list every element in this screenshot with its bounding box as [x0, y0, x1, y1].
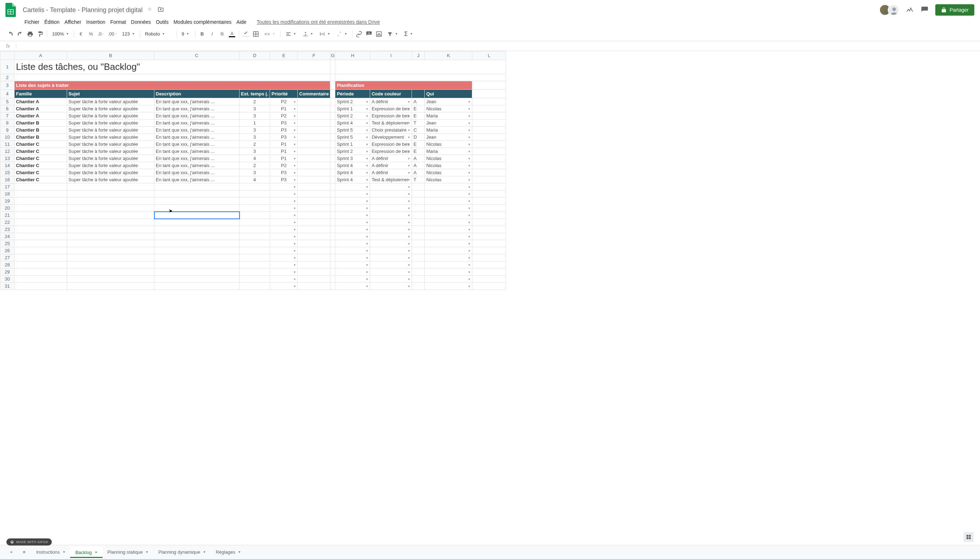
cell-commentaire[interactable]	[298, 162, 330, 169]
save-status[interactable]: Toutes les modifications ont été enregis…	[257, 19, 380, 25]
row-header-17[interactable]: 17	[0, 184, 15, 190]
cell-famille[interactable]: Chantier A	[15, 112, 67, 119]
menu-insertion[interactable]: Insertion	[84, 18, 108, 26]
cell-description[interactable]: En tant que xxx, j'aimerais ...	[154, 141, 240, 148]
cell-sujet[interactable]: Super tâche à forte valeur ajoutée	[67, 176, 154, 184]
cell[interactable]: ▼	[335, 219, 370, 226]
col-header-I[interactable]: I	[370, 51, 412, 60]
cell[interactable]: ▼	[335, 212, 370, 219]
cell[interactable]: ▼	[335, 283, 370, 290]
cell[interactable]	[15, 184, 67, 190]
number-format-select[interactable]: 123▼	[119, 30, 137, 39]
cell-priorite[interactable]: P3▼	[270, 127, 298, 134]
cell-temps[interactable]: 3	[240, 134, 270, 141]
dropdown-arrow-icon[interactable]: ▼	[468, 263, 470, 266]
cell-description[interactable]: En tant que xxx, j'aimerais ...	[154, 105, 240, 112]
cell[interactable]	[240, 184, 270, 190]
cell-qui[interactable]: Nicolas▼	[425, 105, 472, 112]
row-header-21[interactable]: 21	[0, 212, 15, 219]
col-header-C[interactable]: C	[154, 51, 240, 60]
cell[interactable]	[240, 247, 270, 254]
dropdown-arrow-icon[interactable]: ▼	[468, 178, 470, 181]
cell[interactable]: ▼	[370, 212, 412, 219]
dropdown-arrow-icon[interactable]: ▼	[366, 228, 368, 231]
cell[interactable]: ▼	[335, 233, 370, 240]
cell-famille[interactable]: Chantier B	[15, 119, 67, 127]
dropdown-arrow-icon[interactable]: ▼	[468, 121, 470, 124]
cell[interactable]	[67, 198, 154, 205]
cell-ccc[interactable]: E	[412, 112, 425, 119]
cell-temps[interactable]: 4	[240, 176, 270, 184]
cell[interactable]	[15, 226, 67, 233]
cell-code-couleur[interactable]: Expression de bes▼	[370, 112, 412, 119]
fx-icon[interactable]: fx	[0, 43, 17, 49]
cell-famille[interactable]: Chantier A	[15, 105, 67, 112]
cell[interactable]: ▼	[425, 184, 472, 190]
cell[interactable]: ▼	[270, 268, 298, 276]
dropdown-arrow-icon[interactable]: ▼	[366, 150, 368, 153]
cell[interactable]: ▼	[370, 268, 412, 276]
cell[interactable]	[15, 205, 67, 212]
dropdown-arrow-icon[interactable]: ▼	[407, 136, 410, 139]
dropdown-arrow-icon[interactable]: ▼	[293, 114, 296, 117]
cell-qui[interactable]: Nicolas▼	[425, 162, 472, 169]
cell-ccc[interactable]: A	[412, 169, 425, 176]
dropdown-arrow-icon[interactable]: ▼	[468, 199, 470, 203]
column-header[interactable]: Code couleur	[370, 90, 412, 98]
cell-qui[interactable]: Jean▼	[425, 119, 472, 127]
dropdown-arrow-icon[interactable]: ▼	[407, 270, 410, 273]
cell-temps[interactable]: 3	[240, 127, 270, 134]
dropdown-arrow-icon[interactable]: ▼	[407, 284, 410, 288]
cell-ccc[interactable]: C	[412, 127, 425, 134]
dropdown-arrow-icon[interactable]: ▼	[407, 185, 410, 189]
menu-édition[interactable]: Édition	[42, 18, 62, 26]
cell[interactable]	[412, 205, 425, 212]
dropdown-arrow-icon[interactable]: ▼	[366, 114, 368, 117]
cell-sujet[interactable]: Super tâche à forte valeur ajoutée	[67, 162, 154, 169]
cell-description[interactable]: En tant que xxx, j'aimerais ...	[154, 134, 240, 141]
cell[interactable]	[298, 198, 330, 205]
cell[interactable]	[412, 198, 425, 205]
cell[interactable]	[154, 268, 240, 276]
cell[interactable]: ▼	[370, 283, 412, 290]
dropdown-arrow-icon[interactable]: ▼	[293, 100, 296, 103]
row-header-13[interactable]: 13	[0, 155, 15, 162]
cell-priorite[interactable]: P1▼	[270, 148, 298, 155]
dropdown-arrow-icon[interactable]: ▼	[468, 207, 470, 210]
cell[interactable]: ▼	[425, 283, 472, 290]
cell[interactable]	[298, 190, 330, 198]
row-header-23[interactable]: 23	[0, 226, 15, 233]
cell[interactable]	[15, 268, 67, 276]
cell[interactable]: ▼	[270, 261, 298, 268]
cell-periode[interactable]: Sprint 4▼	[335, 169, 370, 176]
column-header[interactable]: Sujet	[67, 90, 154, 98]
menu-afficher[interactable]: Afficher	[62, 18, 84, 26]
cell-code-couleur[interactable]: Expression de bes▼	[370, 105, 412, 112]
dropdown-arrow-icon[interactable]: ▼	[407, 235, 410, 238]
cell-temps[interactable]: 2	[240, 141, 270, 148]
cell-temps[interactable]: 2	[240, 98, 270, 105]
menu-format[interactable]: Format	[108, 18, 128, 26]
cell[interactable]: ▼	[425, 219, 472, 226]
sheet-title[interactable]: Liste des tâches, ou "Backlog"	[15, 60, 330, 74]
cell-description[interactable]: En tant que xxx, j'aimerais ...	[154, 98, 240, 105]
wrap-button[interactable]: ▼	[316, 30, 333, 39]
cell[interactable]	[240, 205, 270, 212]
cell-commentaire[interactable]	[298, 119, 330, 127]
cell-periode[interactable]: Sprint 3▼	[335, 155, 370, 162]
cell-temps[interactable]: 4	[240, 155, 270, 162]
cell[interactable]	[154, 283, 240, 290]
dropdown-arrow-icon[interactable]: ▼	[293, 256, 296, 259]
cell[interactable]	[154, 205, 240, 212]
dropdown-arrow-icon[interactable]: ▼	[468, 142, 470, 146]
dropdown-arrow-icon[interactable]: ▼	[366, 192, 368, 195]
column-header[interactable]: Est. temps (.	[240, 90, 270, 98]
increase-decimal-button[interactable]: .00→	[106, 30, 119, 39]
row-header-11[interactable]: 11	[0, 141, 15, 148]
dropdown-arrow-icon[interactable]: ▼	[366, 107, 368, 110]
cell[interactable]: ▼	[335, 261, 370, 268]
cell[interactable]: ▼	[425, 268, 472, 276]
cell[interactable]: ▼	[270, 240, 298, 247]
cell[interactable]: ▼	[270, 205, 298, 212]
cell[interactable]	[240, 198, 270, 205]
